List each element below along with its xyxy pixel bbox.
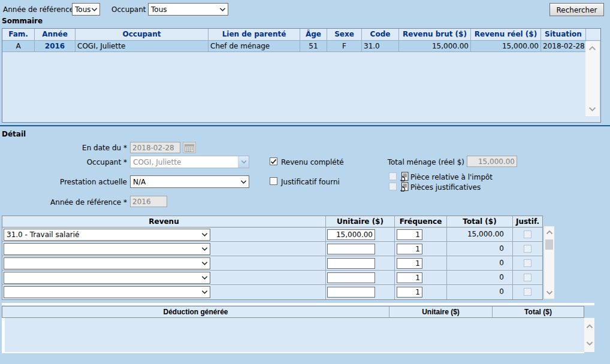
- unitaire-input-2[interactable]: [327, 244, 375, 254]
- calendar-icon[interactable]: [183, 142, 196, 153]
- unitaire-input-1[interactable]: [327, 229, 375, 240]
- revenu-row-4: 0: [2, 271, 542, 285]
- annee-reference-field[interactable]: [130, 196, 167, 207]
- justif-checkbox-5[interactable]: [524, 288, 532, 296]
- col-header-revenu-reel[interactable]: Revenu réel ($): [471, 29, 541, 41]
- piece-impot-checkbox[interactable]: [389, 172, 397, 180]
- col-header-age[interactable]: Âge: [300, 29, 327, 41]
- scrollbar-thumb[interactable]: [545, 239, 553, 250]
- sommaire-table: Fam. Année Occupant Lien de parenté Âge …: [2, 28, 601, 123]
- justif-checkbox-2[interactable]: [524, 245, 532, 253]
- scroll-up-icon[interactable]: [584, 324, 594, 329]
- section-separator: [0, 125, 610, 126]
- occupant-filter-label: Occupant: [111, 5, 146, 14]
- col-header-sexe[interactable]: Sexe: [327, 29, 362, 41]
- revenu-select-3[interactable]: [4, 257, 210, 269]
- total-cell-2: 0: [447, 242, 513, 256]
- col-header-total: Total ($): [447, 216, 513, 228]
- chevron-down-icon: [201, 245, 208, 253]
- annee-reference-label: Année de référence *: [0, 198, 127, 207]
- frequence-input-3[interactable]: [397, 258, 422, 269]
- unitaire-input-4[interactable]: [327, 272, 375, 283]
- frequence-input-5[interactable]: [397, 287, 422, 298]
- cell-situation: 2018-02-28: [541, 41, 586, 52]
- chevron-down-icon: [201, 259, 208, 268]
- year-filter-value: Tous: [75, 5, 91, 14]
- justif-checkbox-4[interactable]: [524, 274, 532, 281]
- col-header-code[interactable]: Code: [362, 29, 399, 41]
- chevron-down-icon: [201, 230, 208, 239]
- cell-revenu-reel: 15,000.00: [471, 41, 541, 52]
- total-menage-field[interactable]: [467, 156, 517, 167]
- occupant-filter-value: Tous: [151, 5, 219, 14]
- revenu-row-3: 0: [2, 256, 542, 271]
- scroll-up-icon[interactable]: [544, 230, 554, 235]
- total-cell-5: 0: [447, 285, 513, 299]
- col-header-situation[interactable]: Situation: [541, 29, 586, 41]
- pieces-justificatives-label: Pièces justificatives: [410, 183, 481, 192]
- prestation-select[interactable]: N/A: [130, 175, 249, 188]
- revenu-complete-checkbox[interactable]: [270, 157, 277, 165]
- prestation-label: Prestation actuelle: [0, 178, 127, 186]
- revenu-select-1[interactable]: 31.0 - Travail salarié: [4, 229, 210, 241]
- cell-lien: Chef de ménage: [209, 41, 300, 52]
- chevron-down-icon: [238, 156, 249, 168]
- revenu-table: Revenu Unitaire ($) Fréquence Total ($) …: [2, 216, 543, 300]
- document-impot-icon[interactable]: [399, 171, 409, 181]
- chevron-down-icon: [91, 5, 98, 14]
- occupant-detail-combo[interactable]: COGI, Juliette: [130, 156, 249, 168]
- col-header-unitaire: Unitaire ($): [326, 216, 395, 228]
- cell-code: 31.0: [362, 41, 399, 52]
- justificatif-fourni-checkbox[interactable]: [270, 177, 277, 185]
- col-header-deduction: Déduction générée: [2, 307, 389, 317]
- chevron-down-icon: [219, 5, 226, 14]
- frequence-input-2[interactable]: [397, 244, 422, 254]
- occupant-filter-select[interactable]: Tous: [148, 3, 228, 16]
- prestation-value: N/A: [133, 178, 240, 186]
- unitaire-input-5[interactable]: [327, 287, 375, 298]
- sommaire-scrollbar[interactable]: [585, 41, 599, 116]
- revenu-complete-label: Revenu complété: [281, 158, 344, 166]
- col-header-revenu: Revenu: [2, 216, 326, 228]
- cell-age: 51: [300, 41, 327, 52]
- revenu-row-1: 31.0 - Travail salarié 15,000.00: [2, 228, 542, 242]
- chevron-down-icon: [240, 178, 247, 186]
- revenu-select-1-value: 31.0 - Travail salarié: [7, 230, 201, 239]
- search-button[interactable]: Rechercher: [549, 3, 604, 16]
- col-header-revenu-brut[interactable]: Revenu brut ($): [399, 29, 471, 41]
- frequence-input-4[interactable]: [397, 272, 422, 283]
- col-header-fam[interactable]: Fam.: [2, 29, 35, 41]
- col-header-lien[interactable]: Lien de parenté: [209, 29, 300, 41]
- cell-revenu-brut: 15,000.00: [399, 41, 471, 52]
- col-header-occupant[interactable]: Occupant: [76, 29, 209, 41]
- col-header-justif: Justif.: [513, 216, 542, 228]
- scroll-down-icon[interactable]: [585, 107, 599, 112]
- total-cell-4: 0: [447, 271, 513, 285]
- occupant-detail-label: Occupant *: [0, 158, 127, 166]
- revenu-row-2: 0: [2, 242, 542, 256]
- scroll-down-icon[interactable]: [544, 290, 554, 295]
- justif-checkbox-3[interactable]: [524, 259, 532, 267]
- document-justificatif-icon[interactable]: [399, 181, 409, 192]
- revenu-select-4[interactable]: [4, 272, 210, 284]
- unitaire-input-3[interactable]: [327, 258, 375, 269]
- col-header-annee[interactable]: Année: [35, 29, 76, 41]
- revenu-scrollbar[interactable]: [544, 226, 554, 299]
- scroll-down-icon[interactable]: [584, 341, 594, 346]
- deduction-table-body: [2, 318, 584, 353]
- en-date-du-label: En date du *: [0, 144, 127, 152]
- en-date-du-field[interactable]: [130, 142, 180, 153]
- cell-annee: 2016: [35, 41, 76, 52]
- revenu-select-5[interactable]: [4, 286, 210, 298]
- pieces-justificatives-checkbox[interactable]: [389, 183, 397, 190]
- table-row[interactable]: A 2016 COGI, Juliette Chef de ménage 51 …: [2, 41, 600, 52]
- justif-checkbox-1[interactable]: [524, 230, 532, 238]
- piece-impot-label: Pièce relative à l'impôt: [410, 173, 493, 181]
- year-filter-select[interactable]: Tous: [72, 3, 100, 16]
- deduction-scrollbar[interactable]: [584, 318, 594, 352]
- frequence-input-1[interactable]: [397, 229, 422, 240]
- col-header-frequence: Fréquence: [395, 216, 447, 228]
- occupant-detail-value: COGI, Juliette: [131, 156, 238, 168]
- revenu-select-2[interactable]: [4, 243, 210, 255]
- scroll-up-icon[interactable]: [585, 46, 599, 51]
